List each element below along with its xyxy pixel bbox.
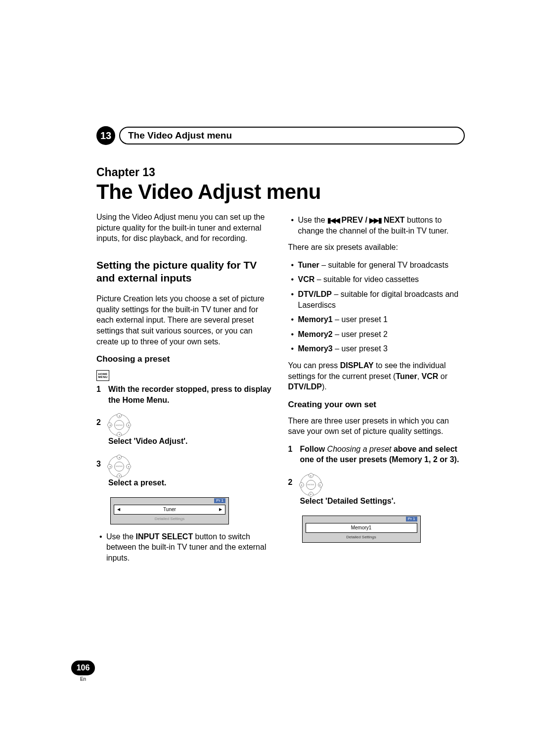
osd-badge: Pr 1 — [214, 498, 225, 504]
step-text: With the recorder stopped, press to disp… — [108, 385, 271, 404]
input-select-note: Use the INPUT SELECT button to switch be… — [96, 531, 273, 564]
chapter-label: Chapter 13 — [96, 166, 465, 179]
preset-desc: – user preset 2 — [333, 330, 388, 338]
presets-list: Tuner – suitable for general TV broadcas… — [288, 260, 465, 354]
step-number: 2 — [96, 414, 103, 428]
right-column: Use the ▮◀◀ PREV / ▶▶▮ NEXT buttons to c… — [288, 212, 465, 569]
home-menu-icon: HOMEMENU — [96, 370, 109, 381]
osd-row-label: Tuner — [163, 506, 176, 513]
page-number-badge: 106 — [71, 661, 95, 675]
preset-item: Memory3 – user preset 3 — [288, 343, 465, 354]
step-number: 1 — [288, 444, 295, 455]
osd-detailed-settings: Detailed Settings — [303, 534, 420, 542]
preset-desc: – suitable for video cassettes — [314, 275, 419, 284]
display-label: DISPLAY — [340, 361, 374, 370]
step-number: 3 — [96, 456, 103, 470]
presets-intro: There are six presets available: — [288, 242, 465, 253]
left-arrow-icon: ◀ — [117, 507, 120, 513]
step-2: 2 ENTER ▴ ▾ ◂ ▸ Select 'Video Adjust'. — [96, 414, 273, 447]
step-text: Select 'Video Adjust'. — [108, 437, 188, 445]
step-text: Select a preset. — [108, 478, 166, 487]
preset-item: Memory2 – user preset 2 — [288, 329, 465, 340]
dpad-enter-icon: ENTER ▴ ▾ ◂ ▸ — [108, 414, 130, 436]
picture-creation-paragraph: Picture Creation lets you choose a set o… — [96, 293, 273, 347]
step-2-creating: 2 ENTER ▴ ▾ ◂ ▸ Select 'Detailed Setting… — [288, 474, 465, 507]
step-number: 2 — [288, 474, 295, 488]
creating-own-set-heading: Creating your own set — [288, 399, 465, 411]
step-text: Follow Choosing a preset above and selec… — [300, 445, 459, 464]
page-footer: 106 En — [71, 661, 95, 682]
input-select-label: INPUT SELECT — [136, 532, 193, 541]
preset-name: Tuner — [298, 261, 319, 269]
step-number: 1 — [96, 384, 103, 395]
preset-item: DTV/LDP – suitable for digital broadcast… — [288, 289, 465, 310]
page-title: The Video Adjust menu — [96, 180, 465, 204]
header-bar: 13 The Video Adjust menu — [96, 126, 465, 145]
choosing-preset-heading: Choosing a preset — [96, 354, 273, 365]
step-3: 3 ENTER ▴ ▾ ◂ ▸ Select a preset. — [96, 456, 273, 488]
preset-name: Memory1 — [298, 315, 333, 324]
step-1: 1 With the recorder stopped, press to di… — [96, 384, 273, 405]
content-columns: Using the Video Adjust menu you can set … — [96, 212, 465, 569]
next-icon: ▶▶▮ — [369, 216, 381, 224]
creating-paragraph: There are three user presets in which yo… — [288, 416, 465, 437]
osd-row-label: Memory1 — [351, 524, 372, 531]
prev-next-note: Use the ▮◀◀ PREV / ▶▶▮ NEXT buttons to c… — [288, 215, 465, 236]
left-column: Using the Video Adjust menu you can set … — [96, 212, 273, 569]
right-arrow-icon: ▶ — [219, 507, 222, 513]
osd-preview-tuner: Pr 1 ◀ Tuner ▶ Detailed Settings — [110, 497, 229, 524]
dpad-enter-icon: ENTER ▴ ▾ ◂ ▸ — [300, 474, 322, 496]
step-text: Select 'Detailed Settings'. — [300, 497, 396, 505]
preset-name: DTV/LDP — [298, 290, 332, 298]
osd-preview-memory1: Pr 1 Memory1 Detailed Settings — [302, 516, 421, 543]
preset-item: Memory1 – user preset 1 — [288, 314, 465, 325]
preset-name: Memory3 — [298, 344, 333, 353]
text: Use the — [106, 532, 136, 541]
step-1-creating: 1 Follow Choosing a preset above and sel… — [288, 444, 465, 465]
section-heading: Setting the picture quality for TV and e… — [96, 259, 273, 285]
osd-badge: Pr 1 — [406, 517, 417, 522]
preset-desc: – user preset 1 — [333, 315, 388, 324]
osd-detailed-settings: Detailed Settings — [111, 516, 228, 524]
preset-item: VCR – suitable for video cassettes — [288, 274, 465, 285]
preset-desc: – user preset 3 — [333, 344, 388, 353]
preset-name: VCR — [298, 275, 315, 284]
text: Use the — [298, 216, 328, 224]
preset-desc: – suitable for general TV broadcasts — [319, 261, 448, 269]
chapter-number-badge: 13 — [96, 126, 115, 145]
prev-next-label: ▮◀◀ PREV / ▶▶▮ NEXT — [327, 216, 404, 224]
preset-name: Memory2 — [298, 330, 333, 338]
language-code: En — [71, 676, 95, 682]
manual-page: 13 The Video Adjust menu Chapter 13 The … — [0, 0, 534, 599]
chapter-title-pill: The Video Adjust menu — [119, 127, 465, 144]
dpad-enter-icon: ENTER ▴ ▾ ◂ ▸ — [108, 456, 130, 477]
intro-paragraph: Using the Video Adjust menu you can set … — [96, 212, 273, 244]
preset-item: Tuner – suitable for general TV broadcas… — [288, 260, 465, 271]
prev-icon: ▮◀◀ — [327, 216, 339, 224]
display-paragraph: You can press DISPLAY to see the individ… — [288, 360, 465, 392]
